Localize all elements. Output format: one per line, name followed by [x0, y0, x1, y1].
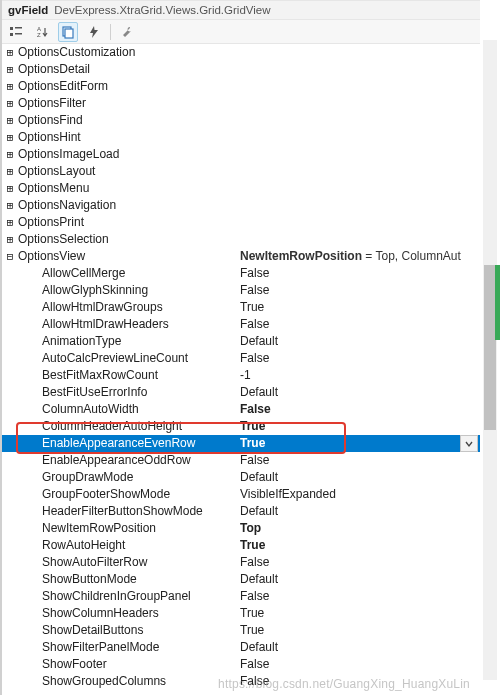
category-row-OptionsDetail[interactable]: OptionsDetail: [2, 61, 500, 78]
property-value[interactable]: Default: [240, 384, 500, 401]
property-row-ShowButtonMode[interactable]: ShowButtonModeDefault: [2, 571, 500, 588]
property-value[interactable]: Default: [240, 503, 500, 520]
expand-icon[interactable]: [2, 197, 18, 215]
toolbar-separator: [110, 24, 111, 40]
property-value[interactable]: True: [240, 418, 500, 435]
property-row-ShowFooter[interactable]: ShowFooterFalse: [2, 656, 500, 673]
property-value[interactable]: -1: [240, 367, 500, 384]
expand-icon[interactable]: [2, 180, 18, 198]
property-row-BestFitUseErrorInfo[interactable]: BestFitUseErrorInfoDefault: [2, 384, 500, 401]
property-row-ShowDetailButtons[interactable]: ShowDetailButtonsTrue: [2, 622, 500, 639]
property-row-ShowFilterPanelMode[interactable]: ShowFilterPanelModeDefault: [2, 639, 500, 656]
property-value[interactable]: False: [240, 350, 500, 367]
expand-icon[interactable]: [2, 231, 18, 249]
expand-icon[interactable]: [2, 112, 18, 130]
events-button[interactable]: [84, 22, 104, 42]
category-row-OptionsLayout[interactable]: OptionsLayout: [2, 163, 500, 180]
component-type: DevExpress.XtraGrid.Views.Grid.GridView: [54, 4, 480, 16]
expand-icon[interactable]: [2, 44, 18, 62]
property-row-HeaderFilterButtonShowMode[interactable]: HeaderFilterButtonShowModeDefault: [2, 503, 500, 520]
property-row-EnableAppearanceEvenRow[interactable]: EnableAppearanceEvenRowTrue: [2, 435, 500, 452]
property-row-GroupFooterShowMode[interactable]: GroupFooterShowModeVisibleIfExpanded: [2, 486, 500, 503]
category-label: OptionsDetail: [18, 61, 240, 78]
category-row-OptionsPrint[interactable]: OptionsPrint: [2, 214, 500, 231]
property-grid-toolbar: AZ: [2, 20, 500, 44]
property-value[interactable]: False: [240, 656, 500, 673]
property-value[interactable]: True: [240, 537, 500, 554]
property-row-ShowGroupedColumns[interactable]: ShowGroupedColumnsFalse: [2, 673, 500, 690]
property-value[interactable]: Default: [240, 571, 500, 588]
expand-icon[interactable]: [2, 61, 18, 79]
property-name: AnimationType: [18, 333, 240, 350]
alphabetical-button[interactable]: AZ: [32, 22, 52, 42]
property-row-AnimationType[interactable]: AnimationTypeDefault: [2, 333, 500, 350]
expand-icon[interactable]: [2, 214, 18, 232]
category-row-OptionsImageLoad[interactable]: OptionsImageLoad: [2, 146, 500, 163]
property-name: ShowGroupedColumns: [18, 673, 240, 690]
property-name: AllowHtmlDrawGroups: [18, 299, 240, 316]
expand-icon[interactable]: [2, 95, 18, 113]
property-value[interactable]: False: [240, 265, 500, 282]
expand-icon[interactable]: [2, 78, 18, 96]
property-row-ColumnAutoWidth[interactable]: ColumnAutoWidthFalse: [2, 401, 500, 418]
property-name: ShowAutoFilterRow: [18, 554, 240, 571]
property-value[interactable]: Default: [240, 639, 500, 656]
value-dropdown-button[interactable]: [460, 435, 478, 452]
category-row-OptionsSelection[interactable]: OptionsSelection: [2, 231, 500, 248]
property-value[interactable]: Default: [240, 333, 500, 350]
property-value[interactable]: True: [240, 299, 500, 316]
category-row-OptionsView[interactable]: OptionsViewNewItemRowPosition = Top, Col…: [2, 248, 500, 265]
property-row-ShowAutoFilterRow[interactable]: ShowAutoFilterRowFalse: [2, 554, 500, 571]
property-name: ShowDetailButtons: [18, 622, 240, 639]
expand-icon[interactable]: [2, 163, 18, 181]
property-row-AutoCalcPreviewLineCount[interactable]: AutoCalcPreviewLineCountFalse: [2, 350, 500, 367]
property-row-ShowChildrenInGroupPanel[interactable]: ShowChildrenInGroupPanelFalse: [2, 588, 500, 605]
property-name: AllowCellMerge: [18, 265, 240, 282]
category-row-OptionsEditForm[interactable]: OptionsEditForm: [2, 78, 500, 95]
categorized-button[interactable]: [6, 22, 26, 42]
property-name: GroupDrawMode: [18, 469, 240, 486]
property-row-AllowGlyphSkinning[interactable]: AllowGlyphSkinningFalse: [2, 282, 500, 299]
component-selector[interactable]: gvField DevExpress.XtraGrid.Views.Grid.G…: [2, 0, 500, 20]
property-row-AllowHtmlDrawHeaders[interactable]: AllowHtmlDrawHeadersFalse: [2, 316, 500, 333]
scrollbar-outer: [480, 0, 500, 695]
property-value[interactable]: True: [240, 605, 500, 622]
property-name: EnableAppearanceEvenRow: [18, 435, 240, 452]
property-value[interactable]: False: [240, 316, 500, 333]
property-value[interactable]: VisibleIfExpanded: [240, 486, 500, 503]
property-value[interactable]: False: [240, 282, 500, 299]
property-row-GroupDrawMode[interactable]: GroupDrawModeDefault: [2, 469, 500, 486]
collapse-icon[interactable]: [2, 248, 18, 266]
category-row-OptionsFind[interactable]: OptionsFind: [2, 112, 500, 129]
property-value[interactable]: True: [240, 622, 500, 639]
category-row-OptionsNavigation[interactable]: OptionsNavigation: [2, 197, 500, 214]
property-row-NewItemRowPosition[interactable]: NewItemRowPositionTop: [2, 520, 500, 537]
property-row-AllowCellMerge[interactable]: AllowCellMergeFalse: [2, 265, 500, 282]
category-row-OptionsCustomization[interactable]: OptionsCustomization: [2, 44, 500, 61]
property-value[interactable]: False: [240, 588, 500, 605]
property-row-ColumnHeaderAutoHeight[interactable]: ColumnHeaderAutoHeightTrue: [2, 418, 500, 435]
expand-icon[interactable]: [2, 146, 18, 164]
property-row-AllowHtmlDrawGroups[interactable]: AllowHtmlDrawGroupsTrue: [2, 299, 500, 316]
scrollbar-track[interactable]: [483, 40, 497, 680]
category-row-OptionsHint[interactable]: OptionsHint: [2, 129, 500, 146]
wrench-button[interactable]: [117, 22, 137, 42]
property-name: ColumnAutoWidth: [18, 401, 240, 418]
property-value[interactable]: False: [240, 554, 500, 571]
property-row-BestFitMaxRowCount[interactable]: BestFitMaxRowCount-1: [2, 367, 500, 384]
property-name: ShowFilterPanelMode: [18, 639, 240, 656]
property-row-EnableAppearanceOddRow[interactable]: EnableAppearanceOddRowFalse: [2, 452, 500, 469]
property-value[interactable]: Top: [240, 520, 500, 537]
property-value[interactable]: False: [240, 401, 500, 418]
category-row-OptionsFilter[interactable]: OptionsFilter: [2, 95, 500, 112]
property-name: AllowGlyphSkinning: [18, 282, 240, 299]
property-pages-button[interactable]: [58, 22, 78, 42]
property-row-ShowColumnHeaders[interactable]: ShowColumnHeadersTrue: [2, 605, 500, 622]
expand-icon[interactable]: [2, 129, 18, 147]
property-row-RowAutoHeight[interactable]: RowAutoHeightTrue: [2, 537, 500, 554]
category-row-OptionsMenu[interactable]: OptionsMenu: [2, 180, 500, 197]
property-grid-body: OptionsCustomizationOptionsDetailOptions…: [2, 44, 500, 692]
property-value[interactable]: False: [240, 452, 500, 469]
property-value[interactable]: Default: [240, 469, 500, 486]
property-value[interactable]: False: [240, 673, 500, 690]
